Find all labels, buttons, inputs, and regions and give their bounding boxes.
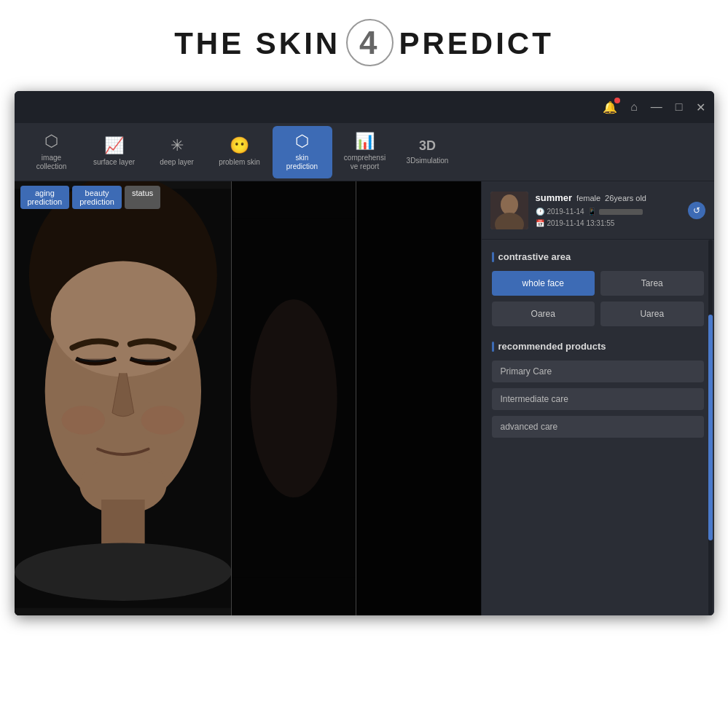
- face-panel-3: [356, 181, 480, 615]
- nav-item-3dsimulation[interactable]: 3D 3Dsimulation: [398, 126, 458, 178]
- prediction-icon: ⬡: [295, 133, 309, 149]
- product-intermediate-care[interactable]: Intermediate care: [492, 388, 704, 410]
- surface-icon: 📈: [104, 138, 124, 154]
- title-part2: PREDICT: [388, 26, 554, 60]
- 3d-icon: 3D: [419, 139, 436, 152]
- recommended-products-title: recommended products: [492, 341, 704, 352]
- face-panel-2: [232, 181, 356, 615]
- right-content: contrastive area whole face Tarea Oarea …: [482, 240, 714, 615]
- user-avatar: [490, 192, 528, 229]
- bell-icon[interactable]: 🔔: [603, 101, 617, 114]
- main-title: THE SKIN 4 PREDICT: [174, 26, 554, 60]
- nav-label-comprehensive-report: comprehensive report: [344, 154, 385, 171]
- nav-item-image-collection[interactable]: ⬡ imagecollection: [22, 126, 82, 178]
- header-section: THE SKIN 4 PREDICT: [0, 0, 728, 91]
- refresh-button[interactable]: ↺: [688, 202, 705, 219]
- number-overlay: 4: [346, 19, 394, 66]
- svg-rect-11: [356, 218, 480, 578]
- user-meta-row-2: 📅 2019-11-14 13:31:55: [536, 218, 681, 229]
- clock-icon: 🕐: [536, 206, 544, 218]
- area-whole-face[interactable]: whole face: [492, 271, 595, 296]
- svg-point-13: [501, 194, 518, 215]
- sub-tabs: agingprediction beautyprediction status: [15, 181, 167, 213]
- face-svg-2: [232, 181, 356, 615]
- right-panel: summer female 26years old 🕐 2019-11-14 📱…: [481, 181, 714, 615]
- deep-icon: ✳: [171, 138, 184, 154]
- products-section: recommended products Primary Care Interm…: [492, 341, 704, 438]
- subtab-beauty[interactable]: beautyprediction: [72, 186, 122, 209]
- nav-item-skin-prediction[interactable]: ⬡ skinprediction: [273, 126, 332, 178]
- camera-icon: ⬡: [44, 133, 58, 149]
- minimize-button[interactable]: —: [651, 101, 662, 114]
- svg-point-3: [50, 261, 195, 377]
- nav-item-comprehensive-report[interactable]: 📊 comprehensive report: [335, 126, 395, 178]
- svg-point-8: [15, 543, 232, 600]
- phone-icon: 📱: [587, 206, 596, 218]
- title-bar: 🔔 ⌂ — □ ✕: [15, 91, 714, 123]
- face-image-container: [15, 181, 481, 615]
- svg-point-4: [61, 406, 105, 435]
- user-name: summer: [536, 191, 573, 206]
- user-age: 26years old: [605, 192, 646, 205]
- area-uarea[interactable]: Uarea: [600, 302, 704, 326]
- scrollbar[interactable]: [708, 240, 713, 615]
- user-date1: 2019-11-14: [547, 206, 584, 218]
- app-window: 🔔 ⌂ — □ ✕ ⬡ imagecollection 📈 surface la…: [15, 91, 714, 615]
- user-details: summer female 26years old 🕐 2019-11-14 📱…: [536, 191, 681, 229]
- problem-icon: 😶: [230, 138, 249, 154]
- title-wrapper: THE SKIN 4 PREDICT: [174, 22, 554, 69]
- title-part1: THE SKIN: [174, 26, 352, 60]
- face-svg-3: [356, 181, 480, 615]
- nav-item-problem-skin[interactable]: 😶 problem skin: [210, 126, 270, 178]
- nav-label-image-collection: imagecollection: [36, 154, 67, 171]
- nav-item-surface-layer[interactable]: 📈 surface layer: [85, 126, 144, 178]
- contrastive-area-title: contrastive area: [492, 251, 704, 262]
- subtab-aging[interactable]: agingprediction: [20, 186, 70, 209]
- area-tarea[interactable]: Tarea: [600, 271, 704, 296]
- product-primary-care[interactable]: Primary Care: [492, 361, 704, 382]
- title-bar-controls: 🔔 ⌂ — □ ✕: [603, 101, 705, 114]
- main-content: agingprediction beautyprediction status: [15, 181, 714, 615]
- user-meta-row-1: 🕐 2019-11-14 📱: [536, 206, 681, 218]
- user-info: summer female 26years old 🕐 2019-11-14 📱…: [482, 181, 714, 240]
- nav-label-deep-layer: deep layer: [160, 158, 194, 167]
- nav-label-skin-prediction: skinprediction: [286, 154, 318, 171]
- nav-label-3dsimulation: 3Dsimulation: [407, 157, 449, 165]
- home-icon[interactable]: ⌂: [630, 101, 638, 114]
- svg-point-10: [251, 299, 337, 497]
- nav-item-deep-layer[interactable]: ✳ deep layer: [147, 126, 207, 178]
- maximize-button[interactable]: □: [676, 101, 683, 114]
- nav-bar: ⬡ imagecollection 📈 surface layer ✳ deep…: [15, 123, 714, 181]
- scrollbar-thumb: [708, 315, 713, 540]
- nav-label-surface-layer: surface layer: [93, 158, 135, 167]
- product-advanced-care[interactable]: advanced care: [492, 416, 704, 438]
- area-oarea[interactable]: Oarea: [492, 302, 595, 326]
- subtab-status[interactable]: status: [125, 186, 160, 209]
- nav-label-problem-skin: problem skin: [219, 158, 260, 167]
- user-gender: female: [576, 192, 600, 205]
- user-phone: [599, 209, 643, 215]
- face-svg-1: [15, 181, 232, 615]
- report-icon: 📊: [355, 133, 375, 149]
- image-area: agingprediction beautyprediction status: [15, 181, 481, 615]
- svg-point-5: [141, 406, 184, 435]
- avatar-image: [490, 192, 528, 229]
- area-grid: whole face Tarea Oarea Uarea: [492, 271, 704, 326]
- bell-badge: [614, 98, 620, 103]
- calendar-icon: 📅: [536, 218, 544, 229]
- close-button[interactable]: ✕: [696, 101, 705, 114]
- face-panel-1: [15, 181, 232, 615]
- user-date2: 2019-11-14 13:31:55: [547, 218, 615, 229]
